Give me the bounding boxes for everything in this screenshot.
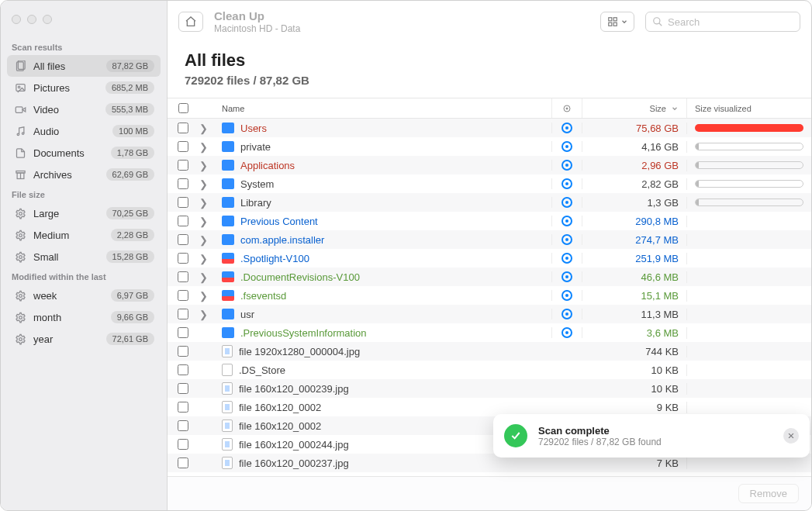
table-row[interactable]: ❯Library1,3 GB (168, 193, 811, 212)
table-row[interactable]: ❯Previous Content290,8 MB (168, 212, 811, 230)
view-mode-dropdown[interactable] (600, 12, 634, 32)
expand-caret-icon[interactable]: ❯ (199, 197, 208, 209)
folder-icon (222, 141, 234, 152)
table-row[interactable]: ❯.DocumentRevisions-V10046,6 MB (168, 268, 811, 286)
max-dot[interactable] (43, 15, 52, 24)
table-row[interactable]: ❯Users75,68 GB (168, 119, 811, 137)
expand-caret-icon[interactable]: ❯ (199, 271, 208, 283)
sidebar-item-label: year (33, 333, 106, 345)
expand-caret-icon[interactable]: ❯ (199, 216, 208, 227)
toast-close-button[interactable] (783, 428, 799, 444)
sidebar-item-large[interactable]: Large70,25 GB (7, 202, 161, 224)
row-name: Library (240, 197, 271, 209)
row-name: .PreviousSystemInformation (240, 327, 367, 339)
sidebar-item-year[interactable]: year72,61 GB (7, 328, 161, 350)
state-indicator-icon (561, 141, 572, 152)
expand-caret-icon[interactable]: ❯ (199, 253, 208, 264)
home-button[interactable] (178, 12, 203, 32)
sidebar-item-documents[interactable]: Documents1,78 GB (7, 142, 161, 164)
folder-icon (222, 271, 234, 282)
state-indicator-icon (561, 178, 572, 189)
col-state[interactable] (551, 98, 582, 118)
search-box[interactable] (645, 12, 800, 32)
row-checkbox[interactable] (178, 402, 188, 413)
row-checkbox[interactable] (178, 420, 188, 431)
row-size: 290,8 MB (635, 216, 679, 227)
row-checkbox[interactable] (178, 141, 188, 152)
table-row[interactable]: ❯Applications2,96 GB (168, 156, 811, 174)
select-all-checkbox[interactable] (178, 103, 188, 113)
row-checkbox[interactable] (178, 123, 188, 133)
table-row[interactable]: ❯.fseventsd15,1 MB (168, 286, 811, 305)
min-dot[interactable] (27, 15, 36, 24)
row-checkbox[interactable] (178, 197, 188, 208)
row-checkbox[interactable] (178, 271, 188, 282)
expand-caret-icon[interactable]: ❯ (199, 123, 208, 134)
row-checkbox[interactable] (178, 178, 188, 189)
sidebar-item-video[interactable]: Video555,3 MB (7, 98, 161, 120)
expand-caret-icon[interactable]: ❯ (199, 160, 208, 171)
table-row[interactable]: .DS_Store10 KB (168, 361, 811, 379)
row-checkbox[interactable] (178, 327, 188, 338)
svg-rect-4 (16, 106, 22, 112)
sidebar-item-badge: 1,78 GB (111, 147, 154, 159)
gear-icon (13, 251, 27, 263)
document-icon (13, 147, 27, 159)
audio-icon (13, 126, 27, 137)
row-name: .Spotlight-V100 (240, 253, 309, 264)
row-checkbox[interactable] (178, 309, 188, 319)
search-input[interactable] (668, 16, 798, 28)
row-checkbox[interactable] (178, 234, 188, 245)
sort-desc-icon (671, 105, 679, 112)
sidebar-item-pictures[interactable]: Pictures685,2 MB (7, 77, 161, 98)
sidebar-item-badge: 70,25 GB (106, 207, 154, 219)
table-row[interactable]: file 160x120_000239.jpg10 KB (168, 379, 811, 398)
row-checkbox[interactable] (178, 457, 188, 468)
table-row[interactable]: ❯private4,16 GB (168, 137, 811, 156)
table-row[interactable]: .PreviousSystemInformation3,6 MB (168, 323, 811, 342)
sidebar-item-medium[interactable]: Medium2,28 GB (7, 224, 161, 246)
sidebar: Scan resultsAll files87,82 GBPictures685… (1, 1, 168, 510)
sidebar-item-archives[interactable]: Archives62,69 GB (7, 164, 161, 185)
expand-caret-icon[interactable]: ❯ (199, 141, 208, 153)
row-name: private (240, 141, 271, 153)
sidebar-item-badge: 15,28 GB (106, 250, 154, 263)
row-checkbox[interactable] (178, 383, 188, 394)
svg-rect-16 (608, 18, 611, 21)
sidebar-item-small[interactable]: Small15,28 GB (7, 246, 161, 268)
sidebar-item-badge: 87,82 GB (106, 60, 154, 72)
close-dot[interactable] (12, 15, 21, 24)
sidebar-item-week[interactable]: week6,97 GB (7, 285, 161, 306)
table-row[interactable]: ❯System2,82 GB (168, 174, 811, 193)
table-row[interactable]: ❯usr11,3 MB (168, 305, 811, 323)
col-name[interactable]: Name (220, 98, 551, 118)
sidebar-item-all-files[interactable]: All files87,82 GB (7, 55, 161, 77)
expand-caret-icon[interactable]: ❯ (199, 178, 208, 190)
row-name: file 1920x1280_000004.jpg (239, 346, 360, 357)
row-name: Applications (240, 160, 295, 171)
sidebar-item-badge: 72,61 GB (106, 333, 154, 345)
table-row[interactable]: file 1920x1280_000004.jpg744 KB (168, 342, 811, 361)
svg-point-15 (19, 337, 22, 340)
expand-caret-icon[interactable]: ❯ (199, 309, 208, 320)
row-checkbox[interactable] (178, 290, 188, 301)
row-checkbox[interactable] (178, 364, 188, 375)
col-size[interactable]: Size (582, 98, 687, 118)
col-viz[interactable]: Size visualized (687, 98, 811, 118)
grid-icon (607, 16, 618, 27)
row-checkbox[interactable] (178, 439, 188, 450)
svg-point-6 (22, 132, 24, 134)
sidebar-item-audio[interactable]: Audio100 MB (7, 120, 161, 142)
row-checkbox[interactable] (178, 253, 188, 264)
row-checkbox[interactable] (178, 346, 188, 357)
remove-button[interactable]: Remove (738, 484, 799, 503)
sidebar-item-label: month (33, 312, 111, 323)
expand-caret-icon[interactable]: ❯ (199, 234, 208, 246)
sidebar-item-month[interactable]: month9,66 GB (7, 306, 161, 328)
row-checkbox[interactable] (178, 216, 188, 226)
table-row[interactable]: ❯.Spotlight-V100251,9 MB (168, 249, 811, 268)
expand-caret-icon[interactable]: ❯ (199, 290, 208, 302)
image-file-icon (222, 420, 233, 432)
row-checkbox[interactable] (178, 160, 188, 171)
table-row[interactable]: ❯com.apple.installer274,7 MB (168, 230, 811, 249)
